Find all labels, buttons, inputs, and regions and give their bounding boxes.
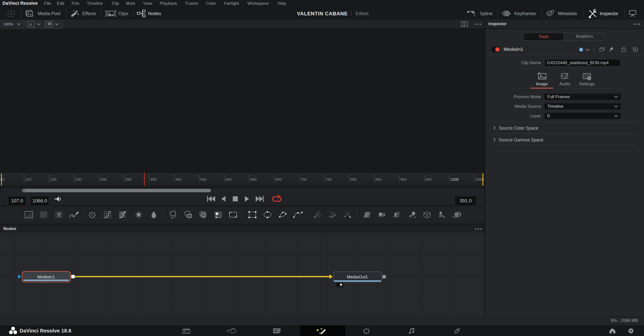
svg-text:250: 250	[75, 177, 82, 181]
svg-text:650: 650	[275, 177, 282, 181]
svg-text:A: A	[29, 22, 32, 26]
svg-text:150: 150	[25, 177, 31, 181]
svg-text:350: 350	[125, 177, 132, 181]
svg-text:Keyframes: Keyframes	[514, 11, 536, 16]
svg-text:800: 800	[350, 177, 357, 181]
svg-text:300: 300	[100, 177, 106, 181]
svg-text:850: 850	[375, 177, 382, 181]
svg-text:200: 200	[50, 177, 56, 181]
svg-text:Edited: Edited	[356, 11, 368, 16]
svg-text:600: 600	[250, 177, 257, 181]
svg-text:VALENTIN CABANE: VALENTIN CABANE	[297, 11, 348, 16]
svg-text:00: 00	[0, 177, 5, 181]
svg-text:950: 950	[425, 177, 432, 181]
svg-text:Clips: Clips	[118, 11, 128, 16]
svg-text:450: 450	[175, 177, 181, 181]
svg-text:1000: 1000	[450, 177, 459, 181]
svg-text:750: 750	[325, 177, 332, 181]
svg-text:400: 400	[150, 177, 157, 181]
svg-text:700: 700	[300, 177, 307, 181]
svg-text:DaVinci Resolve 18.6: DaVinci Resolve 18.6	[20, 328, 71, 333]
svg-text:Media Pool: Media Pool	[38, 11, 60, 16]
svg-text:T: T	[57, 212, 61, 218]
svg-text:MediaOut1: MediaOut1	[347, 275, 368, 279]
svg-text:Nodes: Nodes	[148, 11, 161, 16]
svg-text:Inspector: Inspector	[600, 11, 618, 16]
svg-text:500: 500	[200, 177, 207, 181]
svg-text:900: 900	[400, 177, 407, 181]
svg-text:Effects: Effects	[82, 11, 96, 16]
svg-text:550: 550	[225, 177, 232, 181]
svg-text:Spline: Spline	[480, 11, 493, 16]
svg-text:Metadata: Metadata	[558, 11, 577, 16]
svg-text:MediaIn1: MediaIn1	[37, 275, 55, 279]
